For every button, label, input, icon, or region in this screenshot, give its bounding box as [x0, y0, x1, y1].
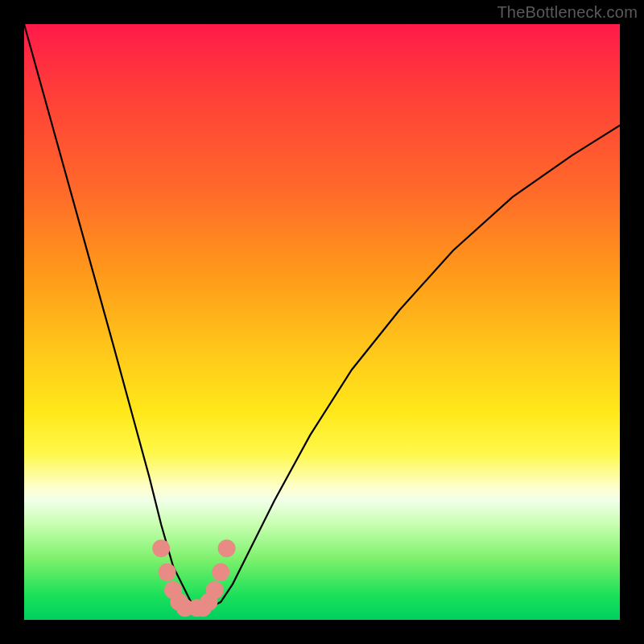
marker-dot	[159, 564, 176, 581]
chart-svg	[24, 24, 620, 620]
watermark-text: TheBottleneck.com	[497, 3, 638, 22]
bottleneck-curve	[24, 24, 620, 608]
marker-dot	[152, 539, 170, 557]
chart-frame: TheBottleneck.com	[0, 0, 644, 644]
marker-dot	[206, 581, 224, 599]
marker-cluster	[152, 539, 235, 617]
marker-dot	[218, 539, 236, 557]
chart-plot-area	[24, 24, 620, 620]
marker-dot	[212, 564, 229, 581]
